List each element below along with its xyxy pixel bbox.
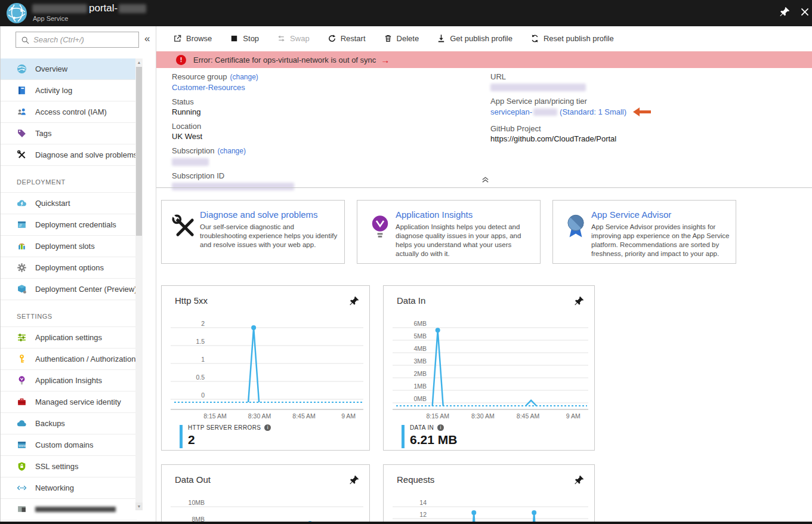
change-link[interactable]: (change) [218, 147, 246, 155]
sidebar-item-networking[interactable]: Networking [1, 477, 137, 499]
sidebar-item-backups[interactable]: Backups [1, 413, 137, 434]
essentials-field-subscription: Subscription(change) [172, 146, 470, 166]
toolbar-button-label: Stop [243, 34, 259, 43]
pin-icon[interactable] [573, 474, 585, 486]
legend-label: HTTP SERVER ERRORSi [188, 424, 271, 431]
sidebar-item-activity-log[interactable]: Activity log [1, 80, 137, 101]
collapse-menu-button[interactable]: « [144, 33, 150, 45]
pricing-tier-link-text[interactable]: (Standard: 1 Small) [560, 107, 626, 116]
sidebar-item-deployment-credentials[interactable]: //Deployment credentials [1, 214, 137, 236]
restart-button[interactable]: Restart [328, 34, 366, 43]
error-goto-arrow[interactable]: → [381, 55, 390, 65]
feature-card-description: App Service Advisor provides insights fo… [591, 223, 731, 258]
sidebar-item-ssl-settings[interactable]: SSL settings [1, 456, 137, 477]
sidebar-scrollbar[interactable]: ▲ ▼ [135, 58, 143, 510]
sidebar-item-overview[interactable]: Overview [1, 58, 137, 80]
svg-text:10MB: 10MB [189, 499, 205, 506]
search-input[interactable] [33, 35, 138, 44]
chart-plot: 14121086420 [384, 465, 594, 524]
svg-text:0MB: 0MB [413, 395, 427, 402]
essentials-field-url: URL [490, 72, 801, 91]
field-label: Status [172, 97, 194, 106]
pin-blade-icon[interactable] [779, 6, 791, 18]
sidebar-item-label: Authentication / Authorization [35, 355, 135, 363]
reset-publish-profile-button[interactable]: Reset publish profile [530, 34, 614, 43]
field-value-resource-group[interactable]: Customer-Resources [172, 83, 470, 92]
scroll-down-arrow[interactable]: ▼ [135, 503, 143, 510]
sidebar-item-deployment-center-preview[interactable]: Deployment Center (Preview) [1, 279, 137, 300]
sidebar-item-label: SSL settings [35, 462, 79, 471]
redacted-value [172, 183, 294, 190]
collapse-essentials-icon[interactable] [481, 175, 490, 184]
change-link[interactable]: (change) [230, 73, 258, 81]
sidebar-item-label: Managed service identity [35, 397, 121, 406]
sidebar-item-access-control-iam[interactable]: Access control (IAM) [1, 101, 137, 123]
tags-icon [17, 128, 27, 138]
pin-icon[interactable] [348, 295, 360, 307]
scrollbar-thumb[interactable] [136, 67, 142, 236]
sidebar-item-label: Access control (IAM) [35, 107, 107, 116]
svg-text:0.5: 0.5 [196, 374, 205, 381]
stop-button[interactable]: Stop [230, 34, 259, 43]
swap-icon [277, 34, 286, 43]
slots-icon [17, 241, 27, 251]
sidebar-item-label: Diagnose and solve problems [35, 150, 137, 159]
svg-text:5MB: 5MB [413, 332, 427, 340]
sidebar-item-deployment-options[interactable]: Deployment options [1, 257, 137, 279]
swap-button: Swap [277, 34, 310, 43]
identity-icon [17, 397, 27, 407]
browse-button[interactable]: Browse [173, 34, 212, 43]
download-icon [437, 34, 446, 43]
scroll-up-arrow[interactable]: ▲ [135, 58, 143, 66]
pin-icon[interactable] [348, 474, 360, 486]
sidebar-item-managed-service-identity[interactable]: Managed service identity [1, 392, 137, 413]
feature-card-title[interactable]: Application Insights [396, 209, 473, 220]
info-icon[interactable]: i [264, 424, 271, 431]
pin-icon[interactable] [573, 295, 585, 307]
sidebar-item-label: Quickstart [35, 199, 70, 208]
svg-text:2: 2 [201, 320, 205, 327]
partial-icon [17, 504, 27, 514]
close-icon[interactable] [799, 6, 811, 18]
essentials-field-app-service-plan-pricing-tier: App Service plan/pricing tierserviceplan… [490, 97, 801, 119]
feature-card-title[interactable]: Diagnose and solve problems [200, 209, 318, 220]
access-control-icon [17, 107, 27, 117]
sidebar-item-label: Application Insights [35, 376, 102, 385]
redacted-value [172, 158, 209, 166]
sidebar-item-label: Application settings [35, 333, 102, 342]
sidebar-item-custom-domains[interactable]: WWWCustom domains [1, 434, 137, 456]
get-publish-profile-button[interactable]: Get publish profile [437, 34, 512, 43]
chart-plot: 10MB8MB6MB4MB2MB0MB [162, 465, 369, 524]
sidebar-item-authentication-authorization[interactable]: Authentication / Authorization [1, 349, 137, 370]
sidebar-item-partial[interactable] [1, 499, 137, 520]
feature-card-description: Our self-service diagnostic and troubles… [200, 223, 339, 249]
chart-card-data-out: 10MB8MB6MB4MB2MB0MBData Out [161, 464, 370, 524]
essentials-field-location: LocationUK West [172, 122, 470, 141]
sidebar: « OverviewActivity logAccess control (IA… [0, 26, 156, 524]
feature-card-title[interactable]: App Service Advisor [591, 209, 671, 220]
sidebar-item-application-insights[interactable]: Application Insights [1, 370, 137, 392]
pricing-tier-link-text[interactable]: serviceplan- [490, 107, 532, 116]
svg-text:9 AM: 9 AM [341, 412, 356, 420]
field-value[interactable]: serviceplan-(Standard: 1 Small) [490, 107, 801, 119]
sidebar-item-application-settings[interactable]: Application settings [1, 327, 137, 349]
delete-button[interactable]: Delete [384, 34, 419, 43]
svg-text:9 AM: 9 AM [566, 412, 581, 420]
feature-card-diagnose-and-solve-problems: Diagnose and solve problemsOur self-serv… [161, 200, 345, 264]
sidebar-item-tags[interactable]: Tags [1, 123, 137, 144]
svg-text:8:15 AM: 8:15 AM [426, 412, 449, 420]
svg-text:2MB: 2MB [413, 370, 427, 377]
sidebar-item-quickstart[interactable]: Quickstart [1, 193, 137, 214]
error-message: Error: Certificate for ops-virtual-netwo… [193, 56, 376, 64]
info-icon[interactable]: i [437, 424, 444, 431]
restart-icon [328, 34, 336, 43]
sidebar-item-deployment-slots[interactable]: Deployment slots [1, 236, 137, 257]
delete-icon [384, 34, 393, 43]
sidebar-item-label: Overview [35, 64, 67, 73]
credentials-icon: // [17, 220, 27, 230]
toolbar-button-label: Delete [397, 34, 419, 43]
field-label: App Service plan/pricing tier [490, 97, 587, 106]
clipped-item-label [35, 507, 116, 512]
field-label: GitHub Project [490, 124, 541, 133]
sidebar-item-diagnose-and-solve-problems[interactable]: Diagnose and solve problems [1, 144, 137, 166]
